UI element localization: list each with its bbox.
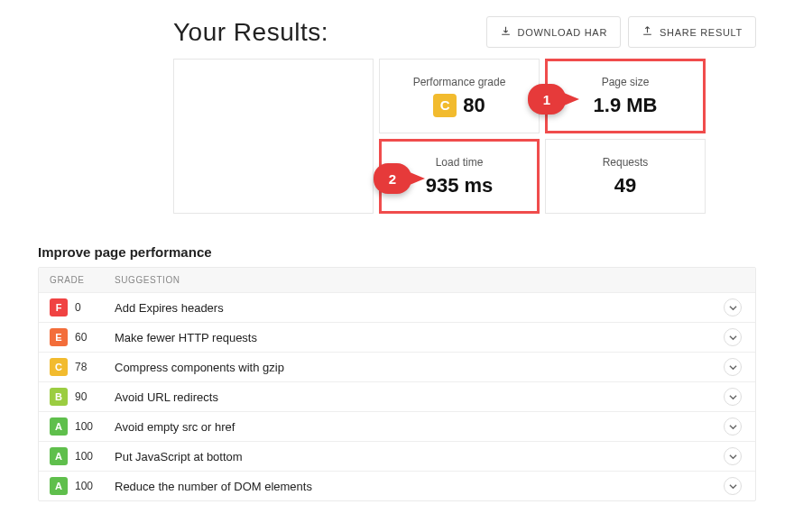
metric-label: Performance grade bbox=[413, 76, 506, 88]
download-har-button[interactable]: DOWNLOAD HAR bbox=[486, 16, 621, 48]
expand-button[interactable] bbox=[724, 477, 742, 495]
suggestion-text: Avoid URL redirects bbox=[115, 390, 721, 404]
table-row[interactable]: E60Make fewer HTTP requests bbox=[39, 323, 755, 353]
grade-score: 100 bbox=[75, 450, 93, 463]
grade-badge: A bbox=[50, 417, 68, 436]
annotation-callout-2: 2 bbox=[374, 163, 411, 194]
chevron-down-icon bbox=[729, 423, 737, 431]
chevron-down-icon bbox=[729, 482, 737, 491]
metric-label: Requests bbox=[603, 156, 649, 169]
share-result-button[interactable]: SHARE RESULT bbox=[628, 16, 756, 48]
expand-button[interactable] bbox=[724, 358, 742, 376]
chevron-down-icon bbox=[729, 334, 737, 342]
grade-score: 100 bbox=[75, 420, 93, 433]
metric-value: 49 bbox=[614, 174, 636, 197]
metric-value: 935 ms bbox=[426, 174, 494, 197]
chevron-down-icon bbox=[729, 453, 737, 461]
metric-value: 1.9 MB bbox=[594, 94, 658, 117]
grade-score: 78 bbox=[75, 361, 87, 373]
grade-badge: A bbox=[50, 447, 68, 465]
table-row[interactable]: B90Avoid URL redirects bbox=[39, 382, 755, 412]
table-row[interactable]: C78Compress components with gzip bbox=[39, 353, 755, 382]
chevron-down-icon bbox=[729, 304, 737, 312]
suggestion-text: Avoid empty src or href bbox=[115, 420, 721, 434]
expand-button[interactable] bbox=[724, 328, 742, 346]
table-row[interactable]: A100Avoid empty src or href bbox=[39, 412, 755, 442]
grade-badge: E bbox=[50, 328, 68, 346]
suggestion-text: Put JavaScript at bottom bbox=[115, 450, 721, 463]
metric-label: Load time bbox=[436, 156, 484, 169]
table-row[interactable]: A100Put JavaScript at bottom bbox=[39, 442, 755, 472]
metric-value: 80 bbox=[463, 94, 485, 117]
grade-badge: C bbox=[50, 358, 68, 376]
suggestion-text: Add Expires headers bbox=[115, 301, 721, 315]
grade-badge: C bbox=[433, 94, 457, 117]
grade-badge: A bbox=[50, 477, 68, 495]
expand-button[interactable] bbox=[724, 417, 742, 436]
page-preview bbox=[173, 59, 374, 214]
grade-score: 60 bbox=[75, 331, 87, 344]
metric-label: Page size bbox=[602, 76, 650, 88]
metric-requests: Requests 49 bbox=[545, 139, 706, 214]
expand-button[interactable] bbox=[724, 388, 742, 406]
section-title: Improve page performance bbox=[38, 244, 756, 260]
chevron-down-icon bbox=[729, 363, 737, 371]
grade-score: 100 bbox=[75, 480, 93, 492]
col-header-suggestion: SUGGESTION bbox=[115, 275, 744, 285]
table-row[interactable]: A100Reduce the number of DOM elements bbox=[39, 472, 755, 500]
suggestion-text: Reduce the number of DOM elements bbox=[115, 480, 721, 493]
grade-badge: F bbox=[50, 298, 68, 316]
table-header: GRADE SUGGESTION bbox=[39, 268, 755, 293]
page-title: Your Results: bbox=[173, 18, 479, 47]
metric-performance-grade: Performance grade C 80 bbox=[379, 59, 540, 133]
download-har-label: DOWNLOAD HAR bbox=[518, 27, 607, 38]
grade-score: 0 bbox=[75, 301, 81, 314]
share-icon bbox=[642, 25, 653, 39]
chevron-down-icon bbox=[729, 393, 737, 401]
grade-score: 90 bbox=[75, 390, 87, 403]
annotation-callout-1: 1 bbox=[528, 84, 566, 115]
col-header-grade: GRADE bbox=[50, 275, 115, 285]
download-icon bbox=[500, 25, 512, 39]
suggestion-text: Compress components with gzip bbox=[115, 361, 721, 374]
grade-badge: B bbox=[50, 388, 68, 406]
suggestion-text: Make fewer HTTP requests bbox=[115, 331, 721, 344]
expand-button[interactable] bbox=[724, 298, 742, 316]
table-row[interactable]: F0Add Expires headers bbox=[39, 293, 755, 323]
expand-button[interactable] bbox=[724, 447, 742, 465]
share-result-label: SHARE RESULT bbox=[660, 27, 743, 38]
suggestions-table: GRADE SUGGESTION F0Add Expires headersE6… bbox=[38, 267, 756, 501]
